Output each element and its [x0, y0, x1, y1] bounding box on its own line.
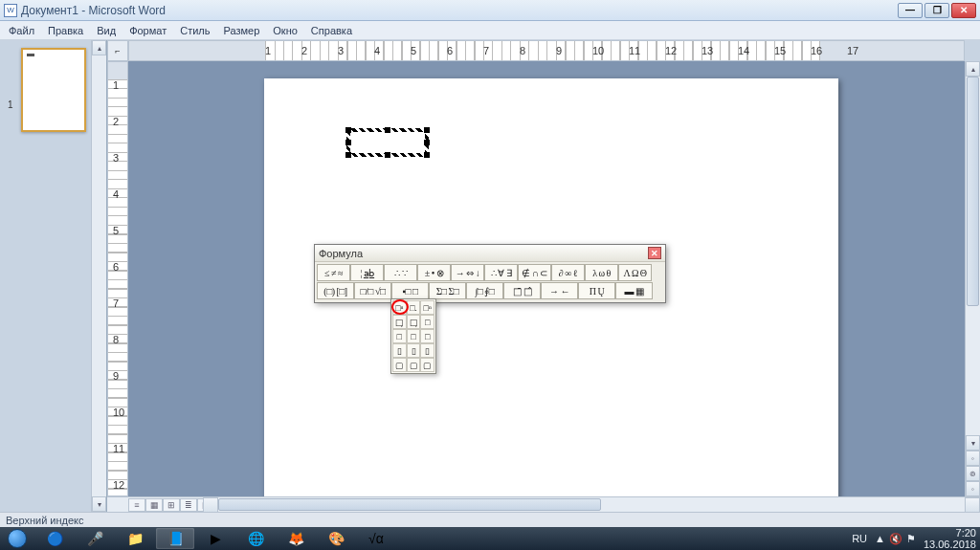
browse-object-icon[interactable]: ⊚: [966, 466, 980, 481]
resize-handle[interactable]: [424, 152, 430, 158]
view-normal-icon[interactable]: ≡: [128, 498, 145, 512]
menu-help[interactable]: Справка: [304, 25, 359, 36]
view-print-icon[interactable]: ⊞: [163, 498, 180, 512]
scroll-down-icon[interactable]: ▾: [966, 435, 980, 451]
formula-summation-button[interactable]: Σ□ Σ□: [429, 282, 466, 299]
taskbar-app2[interactable]: 🎤: [76, 528, 114, 549]
windows-orb-icon: [8, 529, 27, 548]
resize-handle[interactable]: [345, 127, 351, 133]
tray-lang-indicator[interactable]: RU: [852, 533, 867, 544]
close-button[interactable]: ✕: [951, 3, 976, 18]
taskbar-media[interactable]: ▶: [196, 528, 234, 549]
vertical-scrollbar[interactable]: ▴ ▾ ◦ ⊚ ◦: [965, 61, 980, 496]
formula-toolbar[interactable]: Формула ✕ ≤ ≠ ≈ ¦ a̲b̲ ∴ ∵ ± • ⊗ → ⇔ ↓ ∴…: [314, 244, 666, 303]
tray-volume-icon[interactable]: 🔇: [889, 533, 902, 545]
resize-handle[interactable]: [385, 127, 390, 133]
script-option[interactable]: □̣: [407, 315, 421, 329]
vertical-ruler[interactable]: 12345678910111213: [107, 61, 128, 496]
view-outline-icon[interactable]: ≣: [180, 498, 197, 512]
formula-relational-button[interactable]: ≤ ≠ ≈: [317, 264, 350, 281]
script-option[interactable]: ▢: [420, 358, 434, 372]
menu-format[interactable]: Формат: [122, 25, 173, 36]
menu-style[interactable]: Стиль: [173, 25, 216, 36]
formula-matrix-button[interactable]: ▬ ▦: [615, 282, 653, 299]
scroll-up-icon[interactable]: ▴: [966, 61, 980, 77]
script-option[interactable]: ▯: [407, 343, 421, 358]
thumbnail-scrollbar[interactable]: ▴ ▾: [91, 40, 106, 512]
window-controls: — ❐ ✕: [898, 3, 976, 18]
statusbar: Верхний индекс: [0, 512, 980, 527]
resize-handle[interactable]: [424, 127, 430, 133]
menu-size[interactable]: Размер: [216, 25, 266, 36]
menu-edit[interactable]: Правка: [41, 25, 90, 36]
superscript-option[interactable]: □ⁿ: [392, 300, 407, 315]
system-tray: RU ▲ 🔇 ⚑ 7:20 13.06.2018: [852, 527, 980, 550]
formula-operators-button[interactable]: ± • ⊗: [417, 264, 451, 281]
formula-integral-button[interactable]: ∫□ ∮□: [466, 282, 503, 299]
tray-clock[interactable]: 7:20 13.06.2018: [924, 527, 976, 550]
formula-close-button[interactable]: ✕: [648, 247, 661, 259]
script-option[interactable]: □̣: [392, 315, 407, 329]
scrollbar-thumb[interactable]: [967, 77, 979, 306]
resize-handle[interactable]: [345, 140, 351, 145]
formula-embellish-button[interactable]: ∴ ∵: [384, 264, 417, 281]
taskbar-app1[interactable]: 🔵: [35, 528, 74, 549]
resize-handle[interactable]: [345, 152, 351, 158]
scrollbar-track[interactable]: [966, 77, 980, 435]
page-thumbnail[interactable]: [21, 48, 86, 132]
next-page-icon[interactable]: ◦: [966, 481, 980, 496]
formula-greek-upper-button[interactable]: Λ Ω Θ: [618, 264, 652, 281]
taskbar-mathtype[interactable]: √α: [357, 528, 395, 549]
thumb-scroll-up-icon[interactable]: ▴: [92, 40, 106, 55]
formula-greek-lower-button[interactable]: λ ω θ: [585, 264, 618, 281]
horizontal-scrollbar[interactable]: [218, 497, 965, 512]
resize-handle[interactable]: [385, 152, 390, 158]
subscript-option[interactable]: □.: [407, 300, 421, 315]
minimize-button[interactable]: —: [898, 3, 923, 18]
taskbar-explorer[interactable]: 📁: [116, 528, 154, 549]
tray-flag-icon[interactable]: ⚑: [906, 533, 916, 545]
equation-object[interactable]: [346, 128, 429, 157]
thumb-scroll-down-icon[interactable]: ▾: [92, 496, 106, 512]
start-button[interactable]: [0, 527, 34, 550]
script-option[interactable]: □: [407, 329, 421, 343]
maximize-button[interactable]: ❐: [924, 3, 949, 18]
formula-overbar-button[interactable]: □̄ □̂: [503, 282, 541, 299]
taskbar-paint[interactable]: 🎨: [317, 528, 355, 549]
script-option[interactable]: □: [420, 315, 434, 329]
formula-fences-button[interactable]: (□) [□]: [317, 282, 354, 299]
formula-products-button[interactable]: Π Ų: [578, 282, 615, 299]
formula-spaces-button[interactable]: ¦ a̲b̲: [350, 264, 384, 281]
formula-logical-button[interactable]: ∴ ∀ ∃: [484, 264, 518, 281]
formula-subscript-button[interactable]: ▪□ □: [391, 282, 429, 299]
script-option[interactable]: □: [420, 329, 434, 343]
taskbar-chrome[interactable]: 🌐: [236, 528, 275, 549]
formula-set-button[interactable]: ∉ ∩ ⊂: [518, 264, 551, 281]
menu-view[interactable]: Вид: [90, 25, 122, 36]
supersub-option[interactable]: □ⁿ: [420, 300, 434, 315]
formula-dropdown-palette: □ⁿ □. □ⁿ □̣ □̣ □ □ □ □ ▯ ▯ ▯ ▢ ▢ ▢: [390, 298, 436, 374]
script-option[interactable]: ▯: [392, 343, 407, 358]
h-scrollbar-thumb[interactable]: [218, 498, 601, 511]
tray-show-hidden-icon[interactable]: ▲: [875, 533, 885, 545]
formula-misc-button[interactable]: ∂ ∞ ℓ: [551, 264, 585, 281]
formula-arrows-button[interactable]: → ⇔ ↓: [451, 264, 484, 281]
ruler-corner[interactable]: ⌐: [107, 40, 128, 61]
taskbar-firefox[interactable]: 🦊: [277, 528, 315, 549]
script-option[interactable]: ▢: [392, 358, 407, 372]
formula-labeled-arrow-button[interactable]: → ←: [541, 282, 578, 299]
menu-file[interactable]: Файл: [2, 25, 41, 36]
menu-window[interactable]: Окно: [266, 25, 304, 36]
script-option[interactable]: □: [392, 329, 407, 343]
script-option[interactable]: ▢: [407, 358, 421, 372]
h-ruler-numbers: 1234567891011121314151617: [265, 45, 883, 56]
formula-titlebar[interactable]: Формула ✕: [315, 245, 665, 262]
v-ruler-numbers: 12345678910111213: [113, 79, 124, 496]
formula-fractions-button[interactable]: □/□ √□: [354, 282, 391, 299]
horizontal-ruler[interactable]: 1234567891011121314151617: [128, 40, 965, 61]
taskbar-word[interactable]: 📘: [156, 528, 194, 549]
script-option[interactable]: ▯: [420, 343, 434, 358]
prev-page-icon[interactable]: ◦: [966, 451, 980, 466]
resize-handle[interactable]: [424, 140, 430, 145]
view-web-icon[interactable]: ▦: [145, 498, 163, 512]
